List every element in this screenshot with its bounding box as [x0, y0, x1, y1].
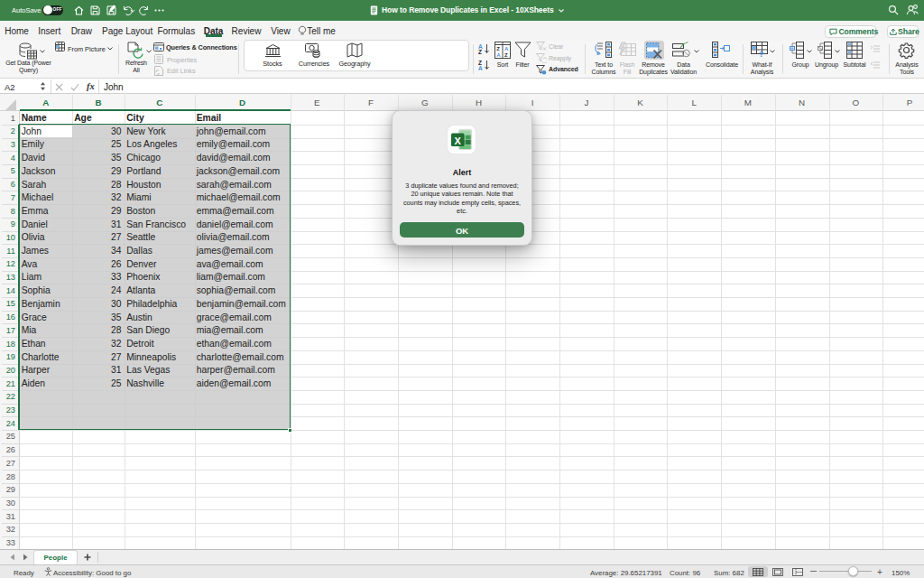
svg-text:Z: Z — [496, 46, 500, 51]
svg-text:?: ? — [759, 50, 764, 58]
svg-text:X: X — [455, 135, 462, 146]
svg-text:A: A — [496, 52, 501, 58]
svg-text:A: A — [504, 46, 509, 51]
svg-text:Z: Z — [478, 49, 482, 54]
svg-text:Z: Z — [504, 52, 508, 58]
svg-text:A: A — [478, 65, 483, 70]
